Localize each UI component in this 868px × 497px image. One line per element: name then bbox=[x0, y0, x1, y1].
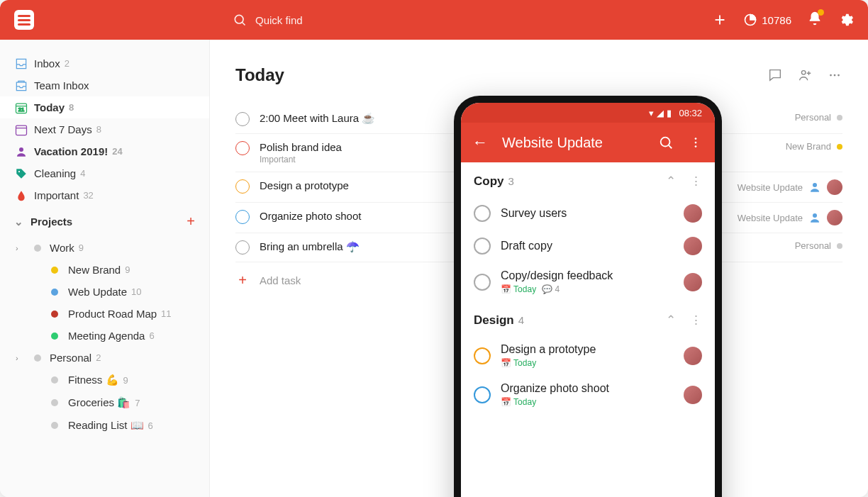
task-checkbox[interactable] bbox=[235, 179, 250, 194]
karma-counter[interactable]: 10786 bbox=[743, 13, 791, 27]
more-vert-icon[interactable] bbox=[688, 135, 703, 150]
task-project-label: Personal bbox=[795, 240, 831, 251]
project-dot bbox=[51, 422, 58, 429]
project-dot bbox=[51, 289, 58, 296]
sidebar-label: Cleaning bbox=[34, 167, 76, 179]
project-dot bbox=[837, 144, 842, 150]
phone-header: ← Website Update bbox=[461, 123, 715, 162]
add-task-label: Add task bbox=[260, 274, 301, 286]
task-meta: 📅 Today💬 4 bbox=[501, 284, 674, 294]
sidebar-item-today[interactable]: 21 Today 8 bbox=[0, 96, 209, 118]
project-work[interactable]: › Work 9 bbox=[0, 237, 209, 259]
sub-project[interactable]: Product Road Map11 bbox=[0, 303, 209, 325]
phone-mockup: ▾ ◢ ▮ 08:32 ← Website Update Copy3⌃⋮Surv… bbox=[454, 96, 722, 497]
sidebar-item-cleaning[interactable]: Cleaning 4 bbox=[0, 162, 209, 184]
task-checkbox[interactable] bbox=[474, 347, 491, 364]
task-meta: 📅 Today bbox=[501, 397, 674, 407]
gear-icon[interactable] bbox=[838, 12, 854, 28]
phone-task-row[interactable]: Survey users bbox=[461, 197, 715, 230]
sidebar-label: Next 7 Days bbox=[34, 123, 92, 135]
sidebar-item-next7[interactable]: Next 7 Days 8 bbox=[0, 118, 209, 140]
person-icon bbox=[14, 145, 28, 158]
sub-project-label: Meeting Agenda bbox=[68, 330, 145, 342]
task-checkbox[interactable] bbox=[235, 210, 250, 224]
assignee-icon bbox=[808, 181, 821, 194]
phone-status-bar: ▾ ◢ ▮ 08:32 bbox=[461, 103, 715, 123]
task-meta: 📅 Today bbox=[501, 358, 674, 368]
project-personal[interactable]: › Personal 2 bbox=[0, 347, 209, 369]
avatar bbox=[684, 273, 702, 291]
sidebar-count: 32 bbox=[83, 190, 93, 201]
sub-project[interactable]: Meeting Agenda6 bbox=[0, 325, 209, 347]
avatar bbox=[684, 347, 702, 365]
task-checkbox[interactable] bbox=[235, 240, 250, 255]
search-input[interactable]: Quick find bbox=[233, 13, 303, 27]
svg-point-23 bbox=[661, 138, 670, 147]
comment-icon[interactable] bbox=[767, 67, 783, 83]
drop-icon bbox=[14, 190, 28, 201]
phone-task-row[interactable]: Copy/design feedback📅 Today💬 4 bbox=[461, 262, 715, 301]
assignee-icon bbox=[808, 211, 821, 224]
chevron-up-icon[interactable]: ⌃ bbox=[666, 313, 676, 328]
calendar-icon bbox=[14, 123, 28, 137]
page-title: Today bbox=[235, 65, 284, 85]
avatar bbox=[684, 204, 702, 223]
more-icon[interactable] bbox=[827, 67, 842, 83]
sub-project-label: New Brand bbox=[68, 264, 121, 276]
task-checkbox[interactable] bbox=[474, 205, 491, 222]
chevron-up-icon[interactable]: ⌃ bbox=[666, 174, 676, 189]
phone-task-row[interactable]: Draft copy bbox=[461, 230, 715, 262]
sidebar-count: 24 bbox=[112, 146, 122, 157]
task-checkbox[interactable] bbox=[474, 274, 491, 291]
sidebar: Inbox 2 Team Inbox 21 Today 8 Next 7 Day… bbox=[0, 40, 210, 497]
phone-section-header[interactable]: Copy3⌃⋮ bbox=[461, 162, 715, 197]
sub-project-label: Fitness 💪 bbox=[68, 374, 119, 386]
more-vert-icon[interactable]: ⋮ bbox=[690, 313, 702, 328]
section-count: 3 bbox=[508, 175, 514, 187]
sub-project-label: Product Road Map bbox=[68, 308, 157, 320]
section-count: 4 bbox=[518, 314, 524, 326]
notifications-button[interactable] bbox=[807, 11, 823, 29]
phone-task-row[interactable]: Organize photo shoot📅 Today bbox=[461, 375, 715, 414]
topbar: Quick find 10786 bbox=[0, 0, 868, 40]
app-logo[interactable] bbox=[14, 10, 34, 30]
svg-point-0 bbox=[235, 15, 243, 23]
svg-point-18 bbox=[830, 74, 832, 77]
project-dot bbox=[837, 243, 842, 249]
sidebar-item-important[interactable]: Important 32 bbox=[0, 184, 209, 206]
sub-project[interactable]: Groceries 🛍️7 bbox=[0, 391, 209, 414]
sub-project[interactable]: Fitness 💪9 bbox=[0, 369, 209, 391]
project-dot bbox=[34, 245, 41, 252]
task-checkbox[interactable] bbox=[235, 112, 250, 126]
projects-header[interactable]: ⌄ Projects + bbox=[0, 206, 209, 237]
task-checkbox[interactable] bbox=[235, 141, 250, 155]
sidebar-label: Important bbox=[34, 189, 79, 201]
phone-section-header[interactable]: Design4⌃⋮ bbox=[461, 301, 715, 336]
task-project-label: New Brand bbox=[786, 141, 831, 152]
today-icon: 21 bbox=[14, 101, 28, 115]
phone-task-row[interactable]: Design a prototype📅 Today bbox=[461, 336, 715, 375]
sidebar-item-inbox[interactable]: Inbox 2 bbox=[0, 52, 209, 74]
task-checkbox[interactable] bbox=[474, 238, 491, 255]
share-icon[interactable] bbox=[797, 67, 813, 83]
more-vert-icon[interactable]: ⋮ bbox=[690, 174, 702, 189]
sub-project-label: Reading List 📖 bbox=[68, 419, 144, 432]
project-count: 2 bbox=[96, 352, 101, 363]
sub-project[interactable]: New Brand9 bbox=[0, 259, 209, 281]
phone-time: 08:32 bbox=[679, 108, 702, 118]
sub-project[interactable]: Web Update10 bbox=[0, 281, 209, 303]
sub-project-label: Groceries 🛍️ bbox=[68, 396, 130, 409]
project-dot bbox=[34, 354, 41, 362]
sidebar-item-vacation[interactable]: Vacation 2019! 24 bbox=[0, 140, 209, 162]
chevron-right-icon: › bbox=[16, 244, 18, 252]
task-checkbox[interactable] bbox=[474, 386, 491, 403]
back-icon[interactable]: ← bbox=[472, 133, 488, 152]
sidebar-item-team-inbox[interactable]: Team Inbox bbox=[0, 74, 209, 96]
add-icon[interactable] bbox=[712, 12, 728, 28]
sub-project-label: Web Update bbox=[68, 286, 127, 298]
search-icon[interactable] bbox=[658, 135, 674, 150]
add-project-button[interactable]: + bbox=[187, 213, 195, 230]
sub-project-count: 6 bbox=[148, 420, 153, 431]
sub-project[interactable]: Reading List 📖6 bbox=[0, 414, 209, 437]
svg-line-1 bbox=[243, 23, 245, 26]
